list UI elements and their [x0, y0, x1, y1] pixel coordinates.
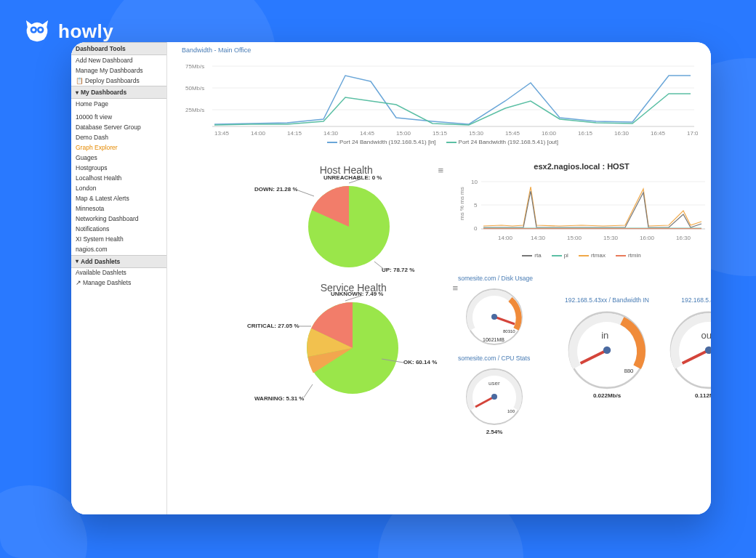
svg-text:14:15: 14:15	[287, 130, 302, 137]
svg-line-33	[304, 384, 313, 397]
gauge-out-svg: out 880	[662, 304, 711, 391]
svg-text:10621MB: 10621MB	[483, 337, 504, 342]
sidebar-item-deploy-dashboards[interactable]: 📋Deploy Dashboards	[71, 76, 166, 86]
svg-text:user: user	[488, 380, 500, 387]
sidebar-item-home-page[interactable]: Home Page	[71, 99, 166, 109]
sidebar-item-manage-dashboards[interactable]: Manage My Dashboards	[71, 65, 166, 76]
svg-text:15:00: 15:00	[396, 130, 411, 137]
brand-text: howly	[58, 20, 113, 43]
bandwidth-in-gauge[interactable]: 192.168.5.43xx / Bandwidth IN in 880 0.0…	[560, 296, 654, 399]
svg-line-32	[382, 359, 403, 363]
svg-text:75Mb/s: 75Mb/s	[185, 63, 204, 70]
svg-point-2	[32, 28, 35, 31]
howly-brand: howly	[23, 19, 113, 44]
svg-text:in: in	[601, 330, 608, 341]
esx2-host-chart[interactable]: esx2.nagios.local : HOST ms % ms ms 10 5…	[458, 162, 705, 259]
svg-point-49	[491, 314, 497, 320]
dashboard-main: Bandwidth - Main Office 75Mb/s 50Mb/s 25…	[167, 42, 711, 514]
bw-in-value: 0.022Mb/s	[560, 392, 654, 399]
svg-text:15:00: 15:00	[567, 235, 582, 241]
esx2-title: esx2.nagios.local : HOST	[458, 162, 705, 171]
sidebar-item-xi-system-health[interactable]: XI System Health	[71, 235, 166, 245]
chevron-down-icon: ▾	[76, 89, 79, 96]
svg-point-59	[603, 347, 611, 354]
sidebar-mydashboards-header[interactable]: ▾My Dashboards	[71, 86, 166, 99]
svg-point-54	[491, 394, 497, 400]
svg-line-28	[374, 262, 385, 270]
bw-out-title: 192.168.5.43xx / Ba	[662, 296, 711, 304]
sidebar-item-map-latest-alerts[interactable]: Map & Latest Alerts	[71, 194, 166, 204]
svg-text:15:30: 15:30	[469, 130, 484, 137]
sidebar-item-london[interactable]: London	[71, 184, 166, 194]
bandwidth-chart[interactable]: Bandwidth - Main Office 75Mb/s 50Mb/s 25…	[182, 46, 704, 145]
disk-title: somesite.com / Disk Usage	[458, 275, 533, 282]
svg-text:880: 880	[624, 368, 634, 374]
svg-text:14:00: 14:00	[251, 130, 266, 137]
svg-text:0: 0	[474, 225, 478, 232]
svg-point-3	[39, 28, 42, 31]
svg-text:ms % ms ms: ms % ms ms	[459, 187, 465, 220]
svg-text:16:45: 16:45	[651, 130, 666, 137]
sidebar-item-nagios-com[interactable]: nagios.com	[71, 245, 166, 255]
svg-text:5: 5	[474, 202, 478, 209]
sidebar-tools-header[interactable]: Dashboard Tools	[71, 42, 166, 55]
sidebar-item-notifications[interactable]: Notifications	[71, 225, 166, 235]
svg-text:14:30: 14:30	[323, 130, 339, 137]
svg-line-27	[298, 190, 314, 196]
sidebar-item-available-dashlets[interactable]: Available Dashlets	[71, 268, 166, 278]
gauge-cpu-svg: user 100	[458, 362, 531, 427]
svg-text:25Mb/s: 25Mb/s	[185, 107, 204, 113]
bw-in-title: 192.168.5.43xx / Bandwidth IN	[560, 296, 654, 304]
gauge-in-svg: in 880	[560, 304, 654, 391]
svg-text:50Mb/s: 50Mb/s	[185, 85, 204, 92]
bandwidth-out-gauge[interactable]: 192.168.5.43xx / Ba out 880 0.112Mb/s	[662, 296, 711, 399]
share-icon: ↗	[76, 279, 81, 286]
svg-text:16:00: 16:00	[640, 235, 655, 241]
sidebar-item-demo-dash[interactable]: Demo Dash	[71, 132, 166, 142]
svg-text:out: out	[701, 330, 711, 341]
chevron-down-icon: ▾	[76, 258, 79, 264]
esx2-legend: rta pl rtmax rtmin	[458, 252, 705, 259]
svg-text:14:45: 14:45	[360, 130, 375, 137]
svg-text:16:00: 16:00	[542, 130, 557, 137]
svg-text:16:15: 16:15	[578, 130, 593, 137]
bw-out-value: 0.112Mb/s	[662, 392, 711, 399]
svg-text:17:00: 17:00	[687, 130, 698, 137]
svg-text:14:00: 14:00	[498, 235, 513, 241]
sidebar-item-minnesota[interactable]: Minnesota	[71, 204, 166, 214]
hamburger-icon[interactable]: ≡	[438, 165, 443, 176]
sidebar: Dashboard Tools Add New Dashboard Manage…	[71, 42, 167, 514]
svg-text:80310: 80310	[503, 329, 515, 333]
svg-text:10: 10	[471, 179, 478, 185]
service-health-dashlet[interactable]: Service Health ≡ UNKNOWN: 7.49 % CRITICA…	[254, 282, 458, 410]
cpu-stats-gauge[interactable]: somesite.com / CPU Stats user 100 2.54%	[458, 355, 531, 435]
svg-line-26	[349, 179, 362, 183]
svg-text:15:15: 15:15	[433, 130, 448, 137]
gauge-disk-svg: 80310 10621MB	[458, 282, 531, 347]
sidebar-item-networking-dashboard[interactable]: Networking Dashboard	[71, 214, 166, 225]
svg-text:16:30: 16:30	[614, 130, 630, 137]
dashboard-window: Dashboard Tools Add New Dashboard Manage…	[71, 42, 711, 514]
hamburger-icon[interactable]: ≡	[452, 283, 458, 294]
deploy-icon: 📋	[76, 77, 84, 84]
sidebar-item-add-dashboard[interactable]: Add New Dashboard	[71, 55, 166, 65]
svg-text:100: 100	[507, 409, 515, 413]
bandwidth-title: Bandwidth - Main Office	[182, 46, 704, 54]
sidebar-item-manage-dashlets[interactable]: ↗Manage Dashlets	[71, 278, 166, 288]
sidebar-item-database-server-group[interactable]: Database Server Group	[71, 122, 166, 132]
svg-text:15:45: 15:45	[505, 130, 520, 137]
sidebar-item-localhost-health[interactable]: Localhost Health	[71, 173, 166, 183]
svg-line-30	[345, 295, 363, 301]
sidebar-item-10000ft[interactable]: 10000 ft view	[71, 112, 166, 122]
sidebar-add-dashlets-header[interactable]: ▾Add Dashlets	[71, 255, 166, 268]
sidebar-item-graph-explorer[interactable]: Graph Explorer	[71, 142, 166, 153]
owl-icon	[23, 19, 51, 44]
host-health-dashlet[interactable]: Host Health ≡ UNREACHABLE: 0 % DOWN: 21.…	[254, 164, 443, 278]
esx2-svg: ms % ms ms 10 5 0 14:00 14:30 15:00 15:3…	[458, 171, 705, 251]
cpu-value: 2.54%	[458, 429, 531, 435]
bandwidth-legend: Port 24 Bandwidth (192.168.5.41) [in] Po…	[182, 139, 704, 145]
sidebar-item-hostgroups[interactable]: Hostgroups	[71, 163, 166, 173]
svg-text:14:30: 14:30	[531, 235, 546, 241]
disk-usage-gauge[interactable]: somesite.com / Disk Usage 80310 10621MB	[458, 275, 533, 349]
sidebar-item-guages[interactable]: Guages	[71, 153, 166, 163]
